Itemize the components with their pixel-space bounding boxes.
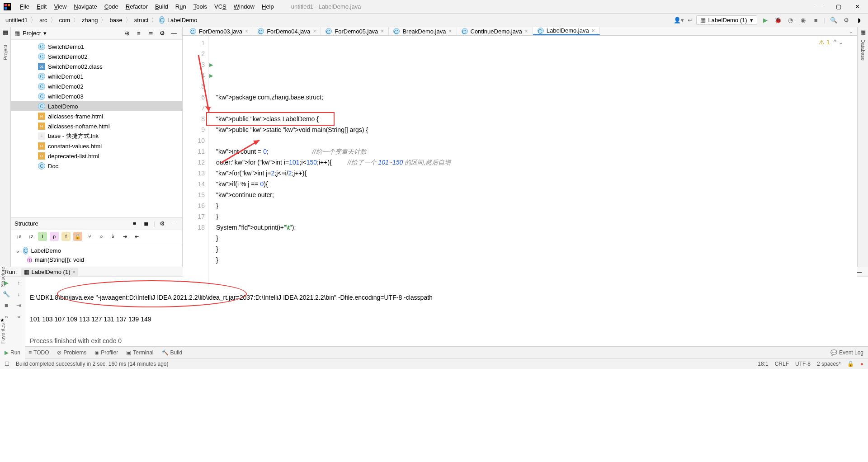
project-stripe-icon[interactable]: ▦ [3,29,8,36]
wrench-icon[interactable]: 🔧 [3,291,10,297]
up-arrow-icon[interactable]: ↑ [17,279,20,286]
favorites-stripe[interactable]: ★ Favorites [0,316,11,345]
crumb-zhang[interactable]: zhang [81,17,99,24]
settings-icon[interactable]: ⚙ [158,29,167,38]
show-fields-icon[interactable]: f [61,232,71,241]
run-tab[interactable]: ▦ LabelDemo (1) × [21,268,78,276]
close-icon[interactable]: × [245,28,248,34]
structure-stripe[interactable]: Structure [0,267,11,288]
hide-icon[interactable]: — [170,29,179,38]
crumb-struct[interactable]: struct [133,17,150,24]
editor-tab[interactable]: CLabelDemo.java× [533,27,600,35]
status-icon[interactable]: ☐ [5,361,9,367]
structure-class-node[interactable]: ⌄C LabelDemo [15,246,178,255]
menu-help[interactable]: Help [258,3,278,10]
console-output[interactable]: E:\JDK1.8\bin\java.exe "-javaagent:D:\In… [25,277,868,369]
chevron-down-icon[interactable]: ▾ [43,30,47,37]
expand-icon[interactable]: ≡ [130,219,139,228]
tree-item[interactable]: CSwitchDemo1 [11,42,182,52]
project-stripe-label[interactable]: Project [3,45,8,60]
more-icon[interactable]: » [17,313,20,320]
tree-item[interactable]: ▫base - 快捷方式.lnk [11,131,182,141]
collapse-icon[interactable]: ≣ [146,29,155,38]
tabs-dropdown[interactable]: ⌄ [845,27,857,35]
collapse-icon[interactable]: ≣ [142,219,151,228]
settings-icon[interactable]: ⚙ [158,219,167,228]
show-interfaces-icon[interactable]: I [38,232,47,241]
close-icon[interactable]: × [592,28,595,34]
close-button[interactable]: ✕ [855,3,860,10]
tree-item[interactable]: 01SwitchDemo02.class [11,61,182,71]
run-config-select[interactable]: ▦ LabelDemo (1) ▾ [696,15,757,25]
editor-tab[interactable]: CForDemo03.java× [185,27,253,35]
show-lock-icon[interactable]: 🔒 [73,232,82,241]
editor-body[interactable]: 123▶4▶56789101112131415161718 "kw">packa… [183,36,857,287]
tree-item[interactable]: CLabelDemo [11,101,182,111]
crumb-project[interactable]: untitled1 [5,17,28,24]
show-inherited-icon[interactable]: ⑂ [85,232,94,241]
close-icon[interactable]: × [72,269,75,275]
tree-item[interactable]: CwhileDemo01 [11,71,182,81]
show-lambda-icon[interactable]: λ [108,232,118,241]
show-anon-icon[interactable]: ○ [97,232,106,241]
close-icon[interactable]: × [525,28,528,34]
tree-item[interactable]: Hallclasses-noframe.html [11,121,182,131]
expand-icon[interactable]: ≡ [134,29,143,38]
menu-edit[interactable]: Edit [33,3,50,10]
tree-item[interactable]: Hallclasses-frame.html [11,111,182,121]
editor-tab[interactable]: CBreakDemo.java× [389,27,457,35]
profile-button[interactable]: ◉ [799,16,808,25]
code-area[interactable]: "kw">package com.zhang.base.struct; "kw"… [209,36,857,287]
autoscroll2-icon[interactable]: ⇤ [132,232,141,241]
menu-build[interactable]: Build [151,3,172,10]
project-tree[interactable]: CSwitchDemo1CSwitchDemo0201SwitchDemo02.… [11,40,182,217]
inspection-badge[interactable]: ⚠1 ^⌄ [819,38,844,46]
menu-refactor[interactable]: Refactor [122,3,151,10]
debug-button[interactable]: 🐞 [774,16,783,25]
locate-icon[interactable]: ⊕ [123,29,132,38]
hide-icon[interactable]: — [170,219,179,228]
editor-tab[interactable]: CForDemo04.java× [253,27,321,35]
menu-tools[interactable]: Tools [190,3,211,10]
show-properties-icon[interactable]: p [50,232,59,241]
menu-vcs[interactable]: VCS [211,3,230,10]
tree-item[interactable]: CDoc [11,161,182,171]
wrap-icon[interactable]: ⇥ [16,302,21,309]
minimize-button[interactable]: — [816,3,822,10]
tree-item[interactable]: CSwitchDemo02 [11,52,182,61]
stop-icon[interactable]: ■ [5,302,8,309]
run-button[interactable]: ▶ [761,16,770,25]
crumb-base[interactable]: base [108,17,123,24]
menu-window[interactable]: Window [230,3,258,10]
close-icon[interactable]: × [381,28,384,34]
database-stripe-label[interactable]: Database [860,39,866,61]
close-icon[interactable]: × [313,28,316,34]
autoscroll-icon[interactable]: ⇥ [120,232,129,241]
search-button[interactable]: 🔍 [829,16,838,25]
back-arrow-icon[interactable]: ↩ [688,17,693,24]
tree-item[interactable]: Hdeprecated-list.html [11,151,182,161]
sort-alpha-icon[interactable]: ↓a [14,232,24,241]
stop-button[interactable]: ■ [811,16,821,25]
crumb-com[interactable]: com [58,17,71,24]
ide-features-icon[interactable]: ◗ [854,16,863,25]
editor-tab[interactable]: CForDemo05.java× [321,27,389,35]
tree-item[interactable]: Hconstant-values.html [11,141,182,151]
tree-item[interactable]: CwhileDemo03 [11,91,182,101]
menu-view[interactable]: View [50,3,70,10]
crumb-src[interactable]: src [38,17,48,24]
menu-code[interactable]: Code [101,3,122,10]
close-icon[interactable]: × [448,28,452,34]
settings-button[interactable]: ⚙ [842,16,851,25]
crumb-class[interactable]: LabelDemo [166,17,198,24]
sort-visibility-icon[interactable]: ↓z [26,232,35,241]
tree-item[interactable]: CwhileDemo02 [11,81,182,91]
menu-run[interactable]: Run [172,3,190,10]
run-tab-button[interactable]: ▶Run [5,349,20,356]
structure-method-node[interactable]: m main(String[]): void [15,255,178,264]
user-icon[interactable]: 👤▾ [674,17,684,24]
menu-file[interactable]: File [16,3,33,10]
maximize-button[interactable]: ▢ [836,3,841,10]
database-stripe-icon[interactable]: ▦ [860,29,866,36]
menu-navigate[interactable]: Navigate [70,3,100,10]
